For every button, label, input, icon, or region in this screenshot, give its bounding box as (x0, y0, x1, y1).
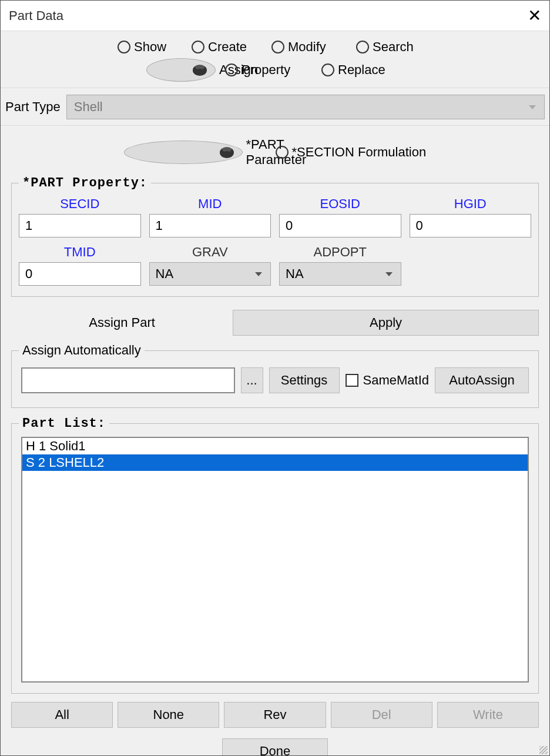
settings-button[interactable]: Settings (269, 367, 340, 393)
prop-input-eosid[interactable] (279, 214, 401, 237)
radio-icon (225, 63, 238, 76)
part-list-legend: Part List: (19, 416, 109, 431)
apply-button[interactable]: Apply (233, 310, 539, 336)
prop-label-mid: MID (198, 196, 222, 212)
prop-label-secid: SECID (60, 196, 99, 212)
part-property-legend: *PART Property: (19, 176, 151, 190)
param-radio--section-formulation[interactable]: *SECTION Formulation (276, 137, 427, 168)
browse-button[interactable]: ... (241, 367, 263, 393)
close-button[interactable]: ✕ (528, 8, 541, 24)
mode-radio-group: ShowCreateModifySearch AssignPropertyRep… (1, 31, 549, 88)
part-type-value: Shell (74, 99, 103, 115)
list-item[interactable]: H 1 Solid1 (22, 438, 528, 454)
radio-icon (192, 41, 204, 53)
radio-label: Search (373, 39, 414, 55)
mode-radio-modify[interactable]: Modify (271, 39, 347, 55)
radio-icon (276, 146, 289, 159)
radio-icon (118, 41, 130, 53)
prop-cell-adpopt: ADPOPTNA (279, 245, 401, 286)
prop-cell-grav: GRAVNA (149, 245, 271, 286)
part-list-group: Part List: H 1 Solid1S 2 LSHELL2 (11, 416, 539, 694)
auto-path-input[interactable] (21, 367, 235, 393)
samematid-label: SameMatId (363, 373, 430, 388)
assign-part-label: Assign Part (11, 315, 233, 330)
prop-select-grav[interactable]: NA (149, 262, 271, 286)
none-button[interactable]: None (118, 702, 219, 728)
prop-cell-eosid: EOSID (279, 196, 401, 237)
all-button[interactable]: All (11, 702, 113, 728)
list-item[interactable]: S 2 LSHELL2 (22, 454, 528, 471)
prop-select-adpopt[interactable]: NA (279, 262, 401, 286)
prop-input-hgid[interactable] (410, 214, 532, 237)
done-button[interactable]: Done (222, 738, 328, 756)
write-button[interactable]: Write (437, 702, 539, 728)
prop-label-grav: GRAV (192, 245, 228, 260)
mode-radio-show[interactable]: Show (118, 39, 182, 55)
radio-icon (271, 41, 284, 53)
prop-input-mid[interactable] (149, 214, 271, 237)
part-type-label: Part Type (5, 99, 61, 115)
mode-radio-replace[interactable]: Replace (321, 58, 404, 82)
radio-label: Property (242, 62, 290, 78)
param-radio--part-parameter[interactable]: *PART Parameter (124, 137, 243, 168)
mode-radio-create[interactable]: Create (192, 39, 262, 55)
prop-cell-tmid: TMID (19, 245, 141, 286)
radio-label: Show (134, 39, 166, 55)
mode-radio-assign[interactable]: Assign (146, 58, 216, 82)
del-button[interactable]: Del (331, 702, 432, 728)
radio-icon (146, 58, 216, 82)
prop-cell-hgid: HGID (410, 196, 532, 237)
autoassign-button[interactable]: AutoAssign (435, 367, 529, 393)
radio-icon (356, 41, 369, 53)
radio-label: Replace (338, 62, 385, 78)
prop-label-eosid: EOSID (320, 196, 360, 212)
prop-label-hgid: HGID (454, 196, 487, 212)
prop-input-secid[interactable] (19, 214, 141, 237)
prop-cell-secid: SECID (19, 196, 141, 237)
radio-label: *SECTION Formulation (292, 145, 427, 160)
radio-label: Create (208, 39, 247, 55)
samematid-checkbox[interactable]: SameMatId (346, 373, 430, 388)
assign-auto-legend: Assign Automatically (19, 343, 145, 358)
window-title: Part Data (9, 8, 63, 24)
radio-icon (321, 63, 334, 76)
checkbox-icon (346, 374, 358, 387)
assign-auto-group: Assign Automatically ... Settings SameMa… (11, 343, 539, 408)
param-radio-group: *PART Parameter*SECTION Formulation (1, 126, 549, 176)
radio-label: Modify (288, 39, 326, 55)
prop-label-adpopt: ADPOPT (314, 245, 367, 260)
part-list-box[interactable]: H 1 Solid1S 2 LSHELL2 (21, 437, 529, 683)
mode-radio-property[interactable]: Property (225, 58, 312, 82)
radio-icon (124, 141, 243, 164)
rev-button[interactable]: Rev (224, 702, 326, 728)
part-property-group: *PART Property: SECIDMIDEOSIDHGIDTMIDGRA… (11, 176, 539, 297)
part-type-combo[interactable]: Shell (66, 95, 545, 119)
prop-cell-mid: MID (149, 196, 271, 237)
prop-label-tmid: TMID (64, 245, 96, 260)
mode-radio-search[interactable]: Search (356, 39, 432, 55)
prop-input-tmid[interactable] (19, 262, 141, 286)
resize-grip-icon[interactable] (538, 745, 548, 754)
